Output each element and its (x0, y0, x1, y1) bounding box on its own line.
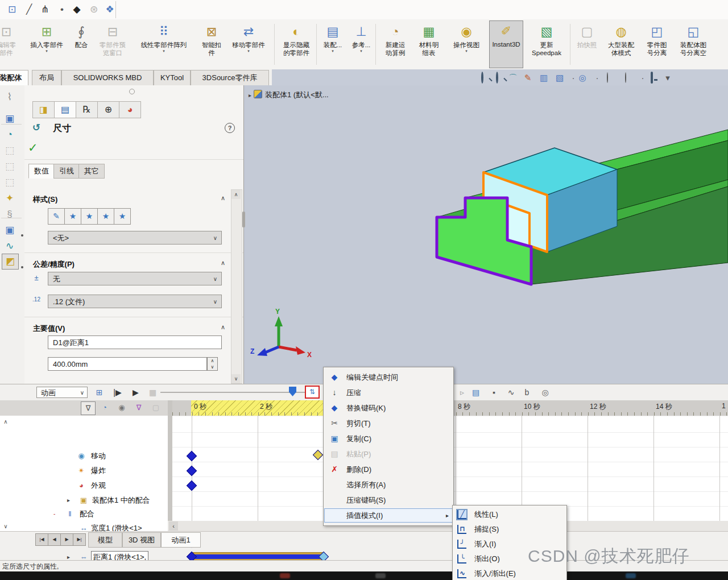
pm-vtab-leaders[interactable]: 引线 (53, 164, 80, 179)
menu-paste[interactable]: ▤ 粘贴(P) (324, 446, 453, 462)
dimension-value-field[interactable]: 400.00mm (48, 357, 207, 371)
pm-tab-feature[interactable]: ◨ (32, 101, 55, 118)
key-appearance-0s[interactable] (187, 480, 197, 491)
menu-copy[interactable]: ▣ 复制(C) (324, 431, 453, 446)
vcr-prev-button[interactable]: ◀ (48, 533, 61, 546)
flyout-caret-icon[interactable]: ▾ (320, 49, 346, 53)
tab-3dsource[interactable]: 3DSource零件库 (191, 70, 269, 85)
expander-icon[interactable]: - (53, 507, 55, 521)
panel-scrollbar[interactable]: ∧ ∨ (231, 189, 242, 384)
pm-tab-dimxpert[interactable]: ⊕ (97, 101, 119, 118)
submenu-snap[interactable]: ⊓ 捕捉(S) (453, 522, 566, 537)
style-save-button[interactable]: ★ (97, 208, 114, 225)
collapse-chevron-icon[interactable]: ∧ (221, 324, 225, 331)
ribbon-insert-component[interactable]: ⊞ 插入零部件 ▾ (25, 22, 68, 67)
apply-scene-icon[interactable] (619, 71, 632, 85)
timebar-zoom-button-highlighted[interactable]: ⇅ (305, 386, 320, 399)
ribbon-instant3d[interactable]: ✐ Instant3D ▾ (489, 20, 523, 68)
pm-vtab-value[interactable]: 数值 (28, 164, 55, 179)
scroll-up-button[interactable]: ∧ (231, 190, 241, 199)
bottom-tab-3dviews[interactable]: 3D 视图 (122, 532, 161, 548)
lefttool-10-icon[interactable]: ∿ (2, 239, 18, 254)
bottom-tab-animation1[interactable]: 动画1 (161, 532, 201, 548)
ribbon-take-snapshot[interactable]: ▢ 拍快照 ▾ (572, 22, 602, 67)
dimension-name-field[interactable]: D1@距离1 (48, 335, 222, 349)
menu-select-all[interactable]: 选择所有(A) (324, 477, 453, 492)
collapse-chevron-icon[interactable]: ∧ (221, 259, 225, 267)
panel-pin-icon[interactable] (129, 89, 135, 94)
vcr-first-button[interactable]: |◀ (35, 533, 48, 546)
save-icon[interactable]: ◆ (69, 2, 84, 17)
ribbon-part-number-split[interactable]: ◰ 零件图 号分离 ▾ (640, 22, 673, 67)
timeline-zoom-thumb[interactable] (289, 387, 296, 396)
precision-dropdown[interactable]: .12 (文件) ∨ (48, 295, 222, 308)
bottom-tab-model[interactable]: 模型 (88, 532, 122, 548)
motion-settings-icon[interactable]: ◎ (538, 386, 552, 399)
display-style-icon[interactable]: ▧ (553, 71, 566, 85)
lefttool-1-icon[interactable]: ⌇ (2, 90, 18, 105)
ribbon-linear-pattern[interactable]: ⠿ 线性零部件阵列 ▾ (132, 22, 196, 67)
flyout-caret-icon[interactable]: ▾ (347, 49, 375, 53)
tolerance-dropdown[interactable]: 无 ∨ (48, 272, 222, 285)
edit-appearance-icon[interactable] (601, 71, 614, 85)
tree-row-assembly-mates-folder[interactable]: ▸ ▣ 装配体1 中的配合 (0, 494, 168, 507)
lefttool-3-icon[interactable]: ◔ (2, 127, 18, 142)
pm-tab-configuration[interactable]: ℞ (76, 101, 98, 118)
ribbon-large-assembly-mode[interactable]: ◍ 大型装配 体模式 ▾ (603, 22, 639, 67)
stop-button[interactable]: ▦ (146, 386, 160, 399)
ribbon-exploded-view[interactable]: ◉ 操作视图 ▾ (445, 22, 488, 67)
play-from-start-button[interactable]: |▶ (110, 386, 125, 399)
stamp-tool-icon[interactable]: ⊛ (86, 2, 101, 17)
lefttool-8-icon[interactable]: § (2, 207, 18, 222)
play-button[interactable]: ▶ (129, 386, 143, 399)
flyout-caret-icon[interactable]: ▾ (25, 49, 68, 53)
ribbon-move-component[interactable]: ⇄ 移动零部件 ▾ (226, 22, 271, 67)
ribbon-mate[interactable]: ∮ 配合 ▾ (68, 22, 94, 67)
tree-timeline-splitter[interactable] (168, 400, 172, 531)
menu-suppress-keys[interactable]: 压缩键码(S) (324, 492, 453, 508)
lefttool-7-icon[interactable]: ✦ (2, 191, 18, 206)
tab-kytool[interactable]: KYTool (154, 70, 191, 85)
help-icon[interactable]: ? (225, 123, 235, 133)
vcr-last-button[interactable]: ▶| (73, 533, 86, 546)
hide-show-items-icon[interactable]: ◎ (576, 71, 589, 85)
ribbon-assembly-features[interactable]: ▤ 装配... ▾ (320, 22, 346, 67)
sketch-line-icon[interactable]: ╱ (22, 2, 36, 17)
ok-checkmark-button[interactable]: ✓ (28, 141, 38, 155)
key-move-4s[interactable] (313, 450, 323, 460)
new-document-icon[interactable]: ⊡ (5, 2, 19, 17)
style-add-button[interactable]: ★ (64, 208, 81, 225)
tree-row-explode[interactable]: ✴ 爆炸 (0, 464, 168, 478)
spinner-up-icon[interactable]: ∧ (208, 358, 217, 364)
view-orientation-icon[interactable]: ▥ (537, 71, 551, 85)
graphics-viewport[interactable]: Y X Z ▸装配体1 (默认<默... (244, 85, 728, 384)
pm-tab-property[interactable]: ▤ (54, 101, 76, 118)
pm-tab-display[interactable]: ◕ (119, 101, 141, 118)
flyout-caret-icon[interactable]: ▾ (132, 49, 196, 53)
ribbon-smart-fasteners[interactable]: ⊠ 智能扣 件 ▾ (197, 22, 226, 67)
taskbar-icon[interactable] (626, 573, 636, 578)
pm-vtab-other[interactable]: 其它 (78, 164, 105, 179)
lefttool-11-icon[interactable]: ◩ (2, 254, 19, 270)
motion-curve-icon[interactable]: ∿ (504, 386, 518, 399)
tree-row-mates[interactable]: - ‖ 配合 (0, 507, 168, 521)
tree-scroll-up-icon[interactable]: ∧ (1, 418, 10, 426)
submenu-ease-in-out[interactable]: ∿ 渐入/渐出(E) (453, 566, 566, 580)
lefttool-6-icon[interactable]: ⬚ (2, 175, 18, 190)
caret-icon[interactable]: ▾ (661, 71, 675, 85)
previous-view-icon[interactable]: ⌒ (506, 71, 520, 85)
tree-row-appearance[interactable]: ◕ 外观 (0, 479, 168, 492)
select-cursor-icon[interactable]: ▹ (455, 386, 469, 399)
submenu-ease-in[interactable]: ╯ 渐入(I) (453, 537, 566, 552)
filter-none-button[interactable]: ∇ (81, 401, 96, 415)
ribbon-edit-component[interactable]: ⊡ 编辑零 部件 ▾ (0, 22, 24, 67)
save-animation-icon[interactable]: ▤ (469, 386, 483, 399)
feature-tree-breadcrumb[interactable]: ▸装配体1 (默认<默... (249, 90, 329, 100)
lefttool-5-icon[interactable]: ⬚ (2, 159, 18, 174)
flyout-caret-icon[interactable]: ▾ (226, 49, 271, 53)
submenu-ease-out[interactable]: ╰ 渐出(O) (453, 552, 566, 566)
branch-tool-icon[interactable]: ⋔ (38, 2, 52, 17)
tree-row-move[interactable]: ◉ 移动 (0, 449, 168, 463)
menu-cut[interactable]: ✂ 剪切(T) (324, 416, 453, 431)
style-load-button[interactable]: ★ (114, 208, 131, 225)
